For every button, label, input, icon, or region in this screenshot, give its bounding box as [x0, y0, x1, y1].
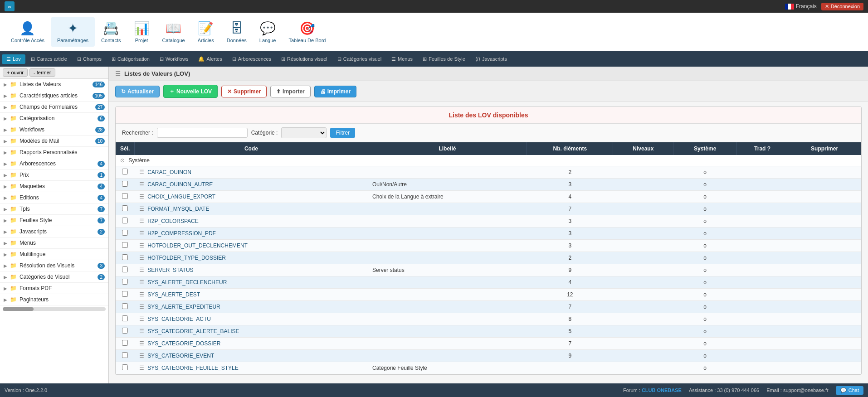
table-row[interactable]: ☰ SYS_CATEGORIE_ALERTE_BALISE 5 o	[116, 325, 861, 338]
row-checkbox[interactable]	[122, 364, 128, 370]
row-checkbox[interactable]	[122, 181, 128, 187]
row-checkbox[interactable]	[122, 340, 128, 346]
sidebar-item-categories-de-visuel[interactable]: ▶ 📁 Catégories de Visuel 2	[0, 271, 108, 283]
code-link[interactable]: CARAC_OUINON	[147, 169, 191, 175]
code-link[interactable]: CHOIX_LANGUE_EXPORT	[147, 194, 215, 200]
sidebar-item-multilingue[interactable]: ▶ 📁 Multilingue	[0, 249, 108, 260]
table-row[interactable]: ☰ H2P_COMPRESSION_PDF 3 o	[116, 228, 861, 240]
table-row[interactable]: ☰ H2P_COLORSPACE 3 o	[116, 215, 861, 228]
code-link[interactable]: HOTFOLDER_TYPE_DOSSIER	[147, 255, 226, 261]
category-select[interactable]	[281, 127, 327, 138]
row-checkbox-cell[interactable]	[116, 252, 135, 264]
table-row[interactable]: ☰ FORMAT_MYSQL_DATE 7 o	[116, 203, 861, 215]
logout-button[interactable]: ✕ Déconnexion	[821, 3, 863, 10]
tab-caracs-article[interactable]: ⊞ Caracs article	[26, 54, 72, 64]
table-row[interactable]: ☰ SYS_CATEGORIE_FEUILLE_STYLE Catégorie …	[116, 362, 861, 374]
row-checkbox[interactable]	[122, 242, 128, 248]
sidebar-item-modeles-de-mail[interactable]: ▶ 📁 Modèles de Mail 10	[0, 136, 108, 147]
row-checkbox[interactable]	[122, 291, 128, 297]
table-row[interactable]: ☰ SYS_CATEGORIE_EVENT 9 o	[116, 350, 861, 362]
table-row[interactable]: ☰ SERVER_STATUS Server status 9 o	[116, 264, 861, 276]
table-row[interactable]: ☰ CHOIX_LANGUE_EXPORT Choix de la Langue…	[116, 191, 861, 203]
delete-button[interactable]: ✕ Supprimer	[221, 86, 267, 97]
sidebar-item-arborescences[interactable]: ▶ 📁 Arborescences 4	[0, 158, 108, 169]
row-checkbox-cell[interactable]	[116, 215, 135, 228]
code-link[interactable]: CARAC_OUINON_AUTRE	[147, 181, 213, 188]
nav-langue[interactable]: 💬 Langue	[253, 17, 283, 47]
row-checkbox[interactable]	[122, 315, 128, 321]
sidebar-item-workflows[interactable]: ▶ 📁 Workflows 28	[0, 124, 108, 136]
row-checkbox-cell[interactable]	[116, 325, 135, 338]
sidebar-item-categorisation[interactable]: ▶ 📁 Catégorisation 6	[0, 113, 108, 124]
row-checkbox[interactable]	[122, 218, 128, 223]
import-button[interactable]: ⬆ Importer	[270, 86, 311, 97]
table-row[interactable]: ☰ SYS_ALERTE_EXPEDITEUR 7 o	[116, 301, 861, 313]
sidebar-item-tpls[interactable]: ▶ 📁 Tpls 7	[0, 203, 108, 215]
table-row[interactable]: ☰ SYS_CATEGORIE_DOSSIER 7 o	[116, 338, 861, 350]
row-checkbox-cell[interactable]	[116, 362, 135, 374]
row-checkbox-cell[interactable]	[116, 166, 135, 179]
row-checkbox[interactable]	[122, 352, 128, 358]
tab-champs[interactable]: ⊟ Champs	[73, 54, 106, 64]
table-row[interactable]: ☰ CARAC_OUINON_AUTRE Oui/Non/Autre 3 o	[116, 179, 861, 191]
tab-javascripts[interactable]: ⟨/⟩ Javascripts	[471, 54, 512, 64]
code-link[interactable]: SYS_CATEGORIE_ACTU	[147, 316, 211, 322]
row-checkbox-cell[interactable]	[116, 179, 135, 191]
row-checkbox-cell[interactable]	[116, 301, 135, 313]
nav-parametrages[interactable]: ✦ Paramétrages	[51, 17, 95, 47]
tab-workflows[interactable]: ⊟ Workflows	[155, 54, 193, 64]
code-link[interactable]: H2P_COLORSPACE	[147, 218, 198, 224]
table-row[interactable]: ☰ HOTFOLDER_TYPE_DOSSIER 2 o	[116, 252, 861, 264]
row-checkbox-cell[interactable]	[116, 264, 135, 276]
sidebar-item-rapports-personnalises[interactable]: ▶ 📁 Rapports Personnalisés	[0, 147, 108, 158]
table-row[interactable]: ☰ SYS_CATEGORIE_ACTU 8 o	[116, 313, 861, 325]
close-button[interactable]: - fermer	[29, 68, 55, 77]
sidebar-item-resolution-des-visuels[interactable]: ▶ 📁 Résolution des Visuels 3	[0, 260, 108, 271]
code-link[interactable]: SYS_CATEGORIE_DOSSIER	[147, 340, 220, 347]
print-button[interactable]: 🖨 Imprimer	[314, 86, 356, 97]
sidebar-item-listes-de-valeurs[interactable]: ▶ 📁 Listes de Valeurs 146	[0, 79, 108, 90]
row-checkbox[interactable]	[122, 254, 128, 260]
tab-alertes[interactable]: 🔔 Alertes	[194, 54, 226, 64]
row-checkbox-cell[interactable]	[116, 191, 135, 203]
nav-projet[interactable]: 📊 Projet	[127, 17, 156, 47]
nav-articles[interactable]: 📝 Articles	[191, 17, 220, 47]
code-link[interactable]: H2P_COMPRESSION_PDF	[147, 230, 216, 237]
row-checkbox-cell[interactable]	[116, 228, 135, 240]
row-checkbox[interactable]	[122, 328, 128, 334]
tab-resolutions-visuel[interactable]: ⊞ Résolutions visuel	[277, 54, 332, 64]
row-checkbox[interactable]	[122, 279, 128, 285]
filter-button[interactable]: Filtrer	[330, 128, 355, 138]
sidebar-item-caracteristiques-articles[interactable]: ▶ 📁 Caractéristiques articles 105	[0, 90, 108, 102]
sidebar-item-paginateurs[interactable]: ▶ 📁 Paginateurs	[0, 294, 108, 305]
code-link[interactable]: SYS_ALERTE_DEST	[147, 291, 200, 298]
nav-donnees[interactable]: 🗄 Données	[220, 17, 253, 47]
table-row[interactable]: ☰ SYS_ALERTE_DECLENCHEUR 4 o	[116, 276, 861, 289]
row-checkbox[interactable]	[122, 193, 128, 199]
nav-controle-acces[interactable]: 👤 Contrôle Accès	[5, 17, 51, 47]
tab-categorisation[interactable]: ⊞ Catégorisation	[107, 54, 154, 64]
table-row[interactable]: ☰ HOTFOLDER_OUT_DECLENCHEMENT 3 o	[116, 240, 861, 252]
row-checkbox-cell[interactable]	[116, 350, 135, 362]
row-checkbox-cell[interactable]	[116, 289, 135, 301]
row-checkbox[interactable]	[122, 169, 128, 174]
code-link[interactable]: SYS_ALERTE_DECLENCHEUR	[147, 279, 227, 286]
sidebar-item-prix[interactable]: ▶ 📁 Prix 1	[0, 169, 108, 181]
tab-lov[interactable]: ☰ Lov	[2, 54, 25, 64]
sidebar-item-javascripts[interactable]: ▶ 📁 Javascripts 2	[0, 226, 108, 237]
code-link[interactable]: SYS_ALERTE_EXPEDITEUR	[147, 304, 220, 310]
search-input[interactable]	[157, 128, 248, 138]
table-row[interactable]: ☰ SYS_ALERTE_DEST 12 o	[116, 289, 861, 301]
row-checkbox-cell[interactable]	[116, 203, 135, 215]
tab-menus[interactable]: ☰ Menus	[387, 54, 417, 64]
sidebar-item-maquettes[interactable]: ▶ 📁 Maquettes 4	[0, 181, 108, 192]
sidebar-item-editions[interactable]: ▶ 📁 Editions 4	[0, 192, 108, 203]
nav-contacts[interactable]: 📇 Contacts	[95, 17, 127, 47]
code-link[interactable]: SYS_CATEGORIE_ALERTE_BALISE	[147, 328, 239, 334]
table-row[interactable]: ☰ CARAC_OUINON 2 o	[116, 166, 861, 179]
row-checkbox[interactable]	[122, 266, 128, 272]
code-link[interactable]: SYS_CATEGORIE_FEUILLE_STYLE	[147, 365, 239, 371]
tab-arborescences[interactable]: ⊟ Arborescences	[228, 54, 276, 64]
sidebar-item-formats-pdf[interactable]: ▶ 📁 Formats PDF	[0, 283, 108, 294]
code-link[interactable]: HOTFOLDER_OUT_DECLENCHEMENT	[147, 242, 248, 249]
